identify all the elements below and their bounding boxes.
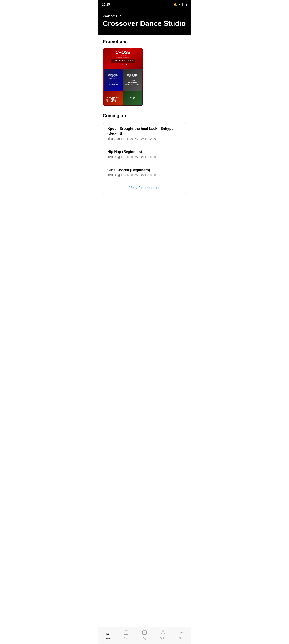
promo-date: 05/04/23: [119, 63, 127, 66]
nav-label-book: Book: [123, 637, 129, 640]
class-name-1: Hip Hop (Beginners): [107, 150, 182, 154]
svg-point-7: [183, 632, 183, 632]
wifi-icon: ▲: [178, 3, 181, 6]
bottom-space: [98, 204, 191, 222]
more-icon: [179, 630, 184, 636]
promo-header: CROSS OVER DANCE STUDIO THIS WEEK AT XO …: [103, 48, 143, 68]
nav-label-more: More: [179, 637, 184, 640]
signal-icon: |||: [182, 3, 184, 6]
nav-label-buy: Buy: [142, 637, 146, 640]
header: Welcome to Crossover Dance Studio: [98, 9, 191, 35]
schedule-items-container: Kpop | Brought the heat back - Enhypen (…: [103, 122, 186, 181]
welcome-text: Welcome to: [103, 14, 186, 18]
news-label: News: [105, 98, 116, 103]
promo-this-week: THIS WEEK AT XO: [111, 59, 135, 63]
view-full-schedule-button[interactable]: View full schedule: [103, 181, 186, 195]
buy-icon: [142, 630, 147, 636]
promotions-section: Promotions CROSS OVER DANCE STUDIO: [103, 39, 186, 106]
this-week-text: THIS WEEK AT XO: [112, 60, 133, 62]
home-icon: ⌂: [106, 630, 109, 636]
promotion-card[interactable]: CROSS OVER DANCE STUDIO THIS WEEK AT XO …: [103, 48, 143, 106]
shield-icon: 🛡: [170, 3, 172, 6]
promotion-card-inner: CROSS OVER DANCE STUDIO THIS WEEK AT XO …: [103, 48, 143, 106]
coming-up-title: Coming up: [103, 113, 186, 118]
class-time-1: Thu, Aug 15 · 6:00 PM GMT+10:00: [107, 155, 182, 159]
status-time: 10:25: [102, 3, 110, 6]
nav-label-profile: Profile: [160, 637, 166, 640]
nav-label-home: Home: [104, 637, 111, 639]
profile-icon: [161, 630, 166, 636]
battery-icon: ▮: [186, 3, 187, 6]
class-name-2: Girls Choreo (Beginners): [107, 168, 182, 173]
promo-logo: CROSS OVER DANCE STUDIO: [115, 50, 130, 58]
coming-up-section: Coming up Kpop | Brought the heat back -…: [103, 113, 186, 195]
svg-rect-0: [124, 631, 128, 634]
promotions-title: Promotions: [103, 39, 186, 44]
nav-item-profile[interactable]: Profile: [154, 629, 172, 640]
nav-item-buy[interactable]: Buy: [135, 629, 154, 640]
studio-name: Crossover Dance Studio: [103, 20, 186, 28]
class-name-0: Kpop | Brought the heat back - Enhypen (…: [107, 126, 182, 136]
svg-point-5: [162, 630, 164, 632]
status-bar: 10:25 🛡 🔔 ▲ ||| ▮: [98, 0, 191, 9]
promo-grid-xuan: GIRLS CHOREOCARMEN XUANBEGINNERSWAACKING…: [123, 69, 142, 90]
main-content: Promotions CROSS OVER DANCE STUDIO: [98, 35, 191, 204]
schedule-item-2[interactable]: Girls Choreo (Beginners) Thu, Aug 15 · 6…: [103, 164, 186, 182]
nav-item-book[interactable]: Book: [117, 629, 135, 640]
schedule-card: Kpop | Brought the heat back - Enhypen (…: [103, 122, 186, 195]
schedule-item-0[interactable]: Kpop | Brought the heat back - Enhypen (…: [103, 122, 186, 145]
svg-point-6: [181, 632, 182, 632]
status-icons: 🛡 🔔 ▲ ||| ▮: [170, 3, 187, 6]
bottom-nav: ⌂ Home Book Buy: [98, 627, 191, 644]
book-icon: [123, 630, 128, 636]
nav-item-more[interactable]: More: [172, 629, 191, 640]
schedule-item-1[interactable]: Hip Hop (Beginners) Thu, Aug 15 · 6:00 P…: [103, 145, 186, 164]
promo-grid-unification: UNIFICATIONDAY2023 SEM 1 JUDGESKEV AMELI…: [104, 69, 123, 90]
nav-item-home[interactable]: ⌂ Home: [98, 629, 117, 640]
svg-point-8: [180, 632, 180, 632]
promo-grid-tony: TONY: [123, 91, 142, 105]
class-time-2: Thu, Aug 15 · 6:00 PM GMT+10:00: [107, 173, 182, 177]
class-time-0: Thu, Aug 15 · 5:00 PM GMT+10:00: [107, 137, 182, 140]
notification-icon: 🔔: [174, 3, 177, 6]
